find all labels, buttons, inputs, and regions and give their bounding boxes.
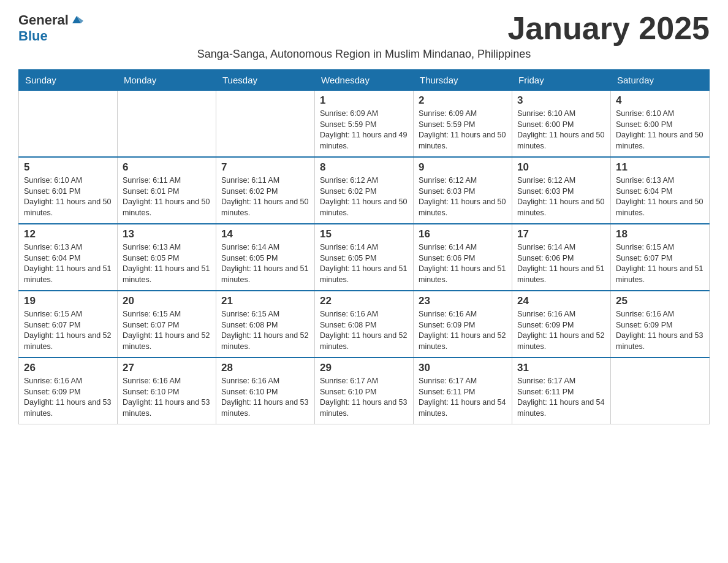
- day-info: Sunrise: 6:09 AMSunset: 5:59 PMDaylight:…: [320, 109, 408, 151]
- day-info: Sunrise: 6:13 AMSunset: 6:05 PMDaylight:…: [123, 242, 211, 285]
- table-row: 29Sunrise: 6:17 AMSunset: 6:10 PMDayligh…: [315, 358, 414, 424]
- day-number: 12: [24, 228, 112, 240]
- month-title: January 2025: [507, 12, 710, 44]
- table-row: 26Sunrise: 6:16 AMSunset: 6:09 PMDayligh…: [19, 358, 118, 424]
- day-info: Sunrise: 6:14 AMSunset: 6:05 PMDaylight:…: [320, 242, 408, 285]
- day-number: 7: [221, 161, 309, 174]
- day-number: 4: [616, 94, 704, 107]
- table-row: 25Sunrise: 6:16 AMSunset: 6:09 PMDayligh…: [611, 291, 710, 358]
- day-info: Sunrise: 6:10 AMSunset: 6:00 PMDaylight:…: [517, 109, 605, 151]
- day-number: 14: [221, 228, 309, 240]
- header-friday: Friday: [512, 70, 611, 91]
- table-row: 6Sunrise: 6:11 AMSunset: 6:01 PMDaylight…: [118, 157, 216, 224]
- day-number: 23: [419, 295, 507, 307]
- day-info: Sunrise: 6:09 AMSunset: 5:59 PMDaylight:…: [419, 109, 507, 151]
- table-row: 7Sunrise: 6:11 AMSunset: 6:02 PMDaylight…: [216, 157, 315, 224]
- day-number: 5: [24, 161, 112, 174]
- table-row: 11Sunrise: 6:13 AMSunset: 6:04 PMDayligh…: [611, 157, 710, 224]
- table-row: 5Sunrise: 6:10 AMSunset: 6:01 PMDaylight…: [19, 157, 118, 224]
- day-info: Sunrise: 6:16 AMSunset: 6:10 PMDaylight:…: [221, 376, 309, 419]
- table-row: [611, 358, 710, 424]
- day-number: 31: [517, 362, 605, 374]
- day-number: 27: [123, 362, 211, 374]
- table-row: 31Sunrise: 6:17 AMSunset: 6:11 PMDayligh…: [512, 358, 611, 424]
- day-number: 2: [419, 94, 507, 107]
- day-number: 28: [221, 362, 309, 374]
- day-number: 16: [419, 228, 507, 240]
- table-row: [19, 91, 118, 158]
- table-row: 30Sunrise: 6:17 AMSunset: 6:11 PMDayligh…: [414, 358, 512, 424]
- table-row: 21Sunrise: 6:15 AMSunset: 6:08 PMDayligh…: [216, 291, 315, 358]
- day-info: Sunrise: 6:16 AMSunset: 6:09 PMDaylight:…: [616, 309, 704, 352]
- day-info: Sunrise: 6:13 AMSunset: 6:04 PMDaylight:…: [616, 175, 704, 218]
- day-info: Sunrise: 6:11 AMSunset: 6:02 PMDaylight:…: [221, 175, 309, 218]
- day-number: 3: [517, 94, 605, 107]
- day-number: 19: [24, 295, 112, 307]
- day-number: 10: [517, 161, 605, 174]
- header-monday: Monday: [118, 70, 216, 91]
- day-number: 21: [221, 295, 309, 307]
- table-row: 19Sunrise: 6:15 AMSunset: 6:07 PMDayligh…: [19, 291, 118, 358]
- day-number: 6: [123, 161, 211, 174]
- table-row: 1Sunrise: 6:09 AMSunset: 5:59 PMDaylight…: [315, 91, 414, 158]
- table-row: 2Sunrise: 6:09 AMSunset: 5:59 PMDaylight…: [414, 91, 512, 158]
- day-info: Sunrise: 6:14 AMSunset: 6:06 PMDaylight:…: [517, 242, 605, 285]
- day-info: Sunrise: 6:14 AMSunset: 6:06 PMDaylight:…: [419, 242, 507, 285]
- day-info: Sunrise: 6:11 AMSunset: 6:01 PMDaylight:…: [123, 175, 211, 218]
- day-number: 1: [320, 94, 408, 107]
- table-row: 3Sunrise: 6:10 AMSunset: 6:00 PMDaylight…: [512, 91, 611, 158]
- table-row: [118, 91, 216, 158]
- day-number: 26: [24, 362, 112, 374]
- day-info: Sunrise: 6:12 AMSunset: 6:02 PMDaylight:…: [320, 175, 408, 218]
- day-number: 17: [517, 228, 605, 240]
- day-number: 9: [419, 161, 507, 174]
- logo-blue: Blue: [18, 28, 48, 44]
- header-sunday: Sunday: [19, 70, 118, 91]
- table-row: 8Sunrise: 6:12 AMSunset: 6:02 PMDaylight…: [315, 157, 414, 224]
- day-info: Sunrise: 6:13 AMSunset: 6:04 PMDaylight:…: [24, 242, 112, 285]
- table-row: 22Sunrise: 6:16 AMSunset: 6:08 PMDayligh…: [315, 291, 414, 358]
- table-row: 16Sunrise: 6:14 AMSunset: 6:06 PMDayligh…: [414, 224, 512, 291]
- day-info: Sunrise: 6:16 AMSunset: 6:10 PMDaylight:…: [123, 376, 211, 419]
- day-info: Sunrise: 6:17 AMSunset: 6:11 PMDaylight:…: [517, 376, 605, 419]
- table-row: 18Sunrise: 6:15 AMSunset: 6:07 PMDayligh…: [611, 224, 710, 291]
- header-thursday: Thursday: [414, 70, 512, 91]
- calendar-week-row: 19Sunrise: 6:15 AMSunset: 6:07 PMDayligh…: [19, 291, 710, 358]
- logo: General Blue: [18, 12, 83, 44]
- header-tuesday: Tuesday: [216, 70, 315, 91]
- calendar-week-row: 26Sunrise: 6:16 AMSunset: 6:09 PMDayligh…: [19, 358, 710, 424]
- table-row: [216, 91, 315, 158]
- table-row: 24Sunrise: 6:16 AMSunset: 6:09 PMDayligh…: [512, 291, 611, 358]
- day-number: 8: [320, 161, 408, 174]
- calendar-header-row: Sunday Monday Tuesday Wednesday Thursday…: [19, 70, 710, 91]
- table-row: 17Sunrise: 6:14 AMSunset: 6:06 PMDayligh…: [512, 224, 611, 291]
- calendar-week-row: 1Sunrise: 6:09 AMSunset: 5:59 PMDaylight…: [19, 91, 710, 158]
- day-info: Sunrise: 6:17 AMSunset: 6:11 PMDaylight:…: [419, 376, 507, 419]
- day-info: Sunrise: 6:16 AMSunset: 6:08 PMDaylight:…: [320, 309, 408, 352]
- table-row: 23Sunrise: 6:16 AMSunset: 6:09 PMDayligh…: [414, 291, 512, 358]
- table-row: 20Sunrise: 6:15 AMSunset: 6:07 PMDayligh…: [118, 291, 216, 358]
- logo-icon: [70, 12, 83, 26]
- day-info: Sunrise: 6:15 AMSunset: 6:08 PMDaylight:…: [221, 309, 309, 352]
- day-info: Sunrise: 6:16 AMSunset: 6:09 PMDaylight:…: [24, 376, 112, 419]
- day-info: Sunrise: 6:12 AMSunset: 6:03 PMDaylight:…: [419, 175, 507, 218]
- subtitle: Sanga-Sanga, Autonomous Region in Muslim…: [18, 48, 710, 61]
- day-number: 18: [616, 228, 704, 240]
- day-number: 15: [320, 228, 408, 240]
- day-number: 29: [320, 362, 408, 374]
- day-info: Sunrise: 6:16 AMSunset: 6:09 PMDaylight:…: [517, 309, 605, 352]
- day-info: Sunrise: 6:16 AMSunset: 6:09 PMDaylight:…: [419, 309, 507, 352]
- day-number: 22: [320, 295, 408, 307]
- table-row: 12Sunrise: 6:13 AMSunset: 6:04 PMDayligh…: [19, 224, 118, 291]
- table-row: 10Sunrise: 6:12 AMSunset: 6:03 PMDayligh…: [512, 157, 611, 224]
- calendar-week-row: 12Sunrise: 6:13 AMSunset: 6:04 PMDayligh…: [19, 224, 710, 291]
- logo-general: General: [18, 12, 69, 28]
- day-info: Sunrise: 6:15 AMSunset: 6:07 PMDaylight:…: [24, 309, 112, 352]
- table-row: 9Sunrise: 6:12 AMSunset: 6:03 PMDaylight…: [414, 157, 512, 224]
- table-row: 27Sunrise: 6:16 AMSunset: 6:10 PMDayligh…: [118, 358, 216, 424]
- day-number: 20: [123, 295, 211, 307]
- day-number: 25: [616, 295, 704, 307]
- day-number: 13: [123, 228, 211, 240]
- day-number: 24: [517, 295, 605, 307]
- day-info: Sunrise: 6:14 AMSunset: 6:05 PMDaylight:…: [221, 242, 309, 285]
